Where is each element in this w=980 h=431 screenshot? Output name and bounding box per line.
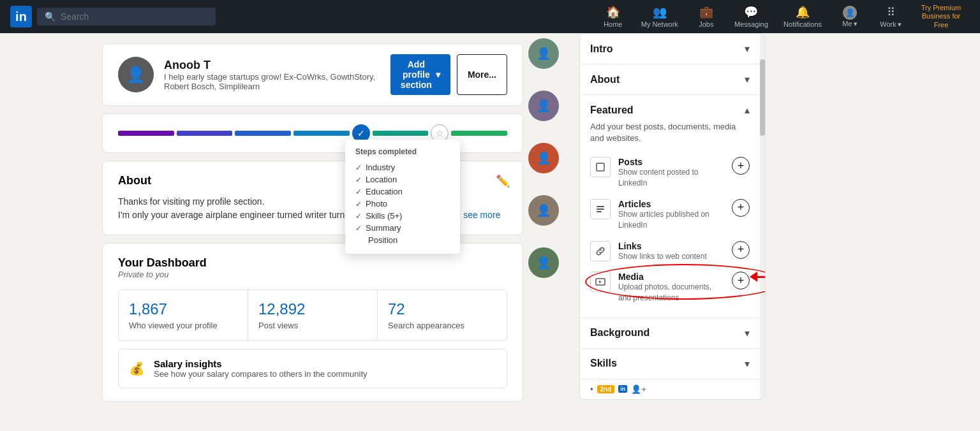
salary-desc: See how your salary compares to others i… <box>154 369 368 379</box>
profile-tagline: I help early stage startups grow! Ex-CoW… <box>164 72 380 91</box>
step-location: ✓ Location <box>355 173 450 186</box>
steps-completed-label: Steps completed <box>355 147 450 156</box>
media-item-wrapper: Media Upload photos, documents, and pres… <box>590 267 750 309</box>
nav-work[interactable]: ⠿ Work ▾ <box>872 1 910 33</box>
featured-header[interactable]: Featured ▴ <box>590 104 750 116</box>
stat-label-search: Search appearances <box>388 321 496 330</box>
profile-panel: Intro ▾ About ▾ Featured ▴ <box>579 33 766 400</box>
background-header[interactable]: Background ▾ <box>590 327 750 339</box>
panel-skills-title: Skills <box>590 358 617 369</box>
posts-subtitle: Show content posted to LinkedIn <box>618 167 724 189</box>
person-avatar-2[interactable]: 👤 <box>528 91 559 121</box>
posts-icon <box>590 157 611 177</box>
steps-dropdown: Steps completed ✓ Industry ✓ Location ✓ … <box>345 140 460 254</box>
stat-number-posts: 12,892 <box>258 300 367 318</box>
featured-description: Add your best posts, documents, media an… <box>590 121 750 144</box>
linkedin-small-icon: in <box>618 385 627 393</box>
navbar-nav: 🏠 Home 👥 My Network 💼 Jobs 💬 Messaging 🔔… <box>594 1 970 33</box>
check-icon: ✓ <box>355 163 362 172</box>
featured-item-posts: Posts Show content posted to LinkedIn + <box>590 152 750 194</box>
svg-rect-3 <box>597 211 602 212</box>
nav-me-label: Me ▾ <box>842 20 857 28</box>
person-avatar-3[interactable]: 👤 <box>528 143 559 173</box>
panel-section-featured: Featured ▴ Add your best posts, document… <box>580 95 760 318</box>
progress-seg-2 <box>177 131 233 136</box>
person-avatar-5[interactable]: 👤 <box>528 247 559 278</box>
nav-messaging-label: Messaging <box>734 20 768 28</box>
navbar: in 🔍 🏠 Home 👥 My Network 💼 Jobs 💬 Messag… <box>0 0 980 33</box>
articles-icon <box>590 199 611 219</box>
more-button[interactable]: More... <box>457 54 507 95</box>
see-more-link[interactable]: see more <box>463 210 500 220</box>
person-avatar-1[interactable]: 👤 <box>528 38 559 69</box>
stat-profile-views[interactable]: 1,867 Who viewed your profile <box>119 290 248 340</box>
nav-messaging[interactable]: 💬 Messaging <box>728 1 775 32</box>
nav-me[interactable]: 👤 Me ▾ <box>831 2 869 32</box>
check-icon-5: ✓ <box>355 212 362 221</box>
posts-text: Posts Show content posted to LinkedIn <box>618 157 724 189</box>
check-icon-3: ✓ <box>355 187 362 196</box>
dashboard-subtitle: Private to you <box>118 270 507 279</box>
media-icon <box>590 272 611 292</box>
media-title: Media <box>618 272 724 282</box>
intro-title: Intro <box>590 43 613 55</box>
intro-chevron: ▾ <box>745 43 750 55</box>
skills-header[interactable]: Skills ▾ <box>590 358 750 370</box>
featured-item-links: Links Show links to web content + <box>590 236 750 267</box>
step-education: ✓ Education <box>355 186 450 198</box>
step-industry-label: Industry <box>366 163 395 172</box>
step-position: Position <box>355 234 450 246</box>
profile-actions: Add profile section ▾ More... <box>390 54 507 95</box>
stat-post-views[interactable]: 12,892 Post views <box>248 290 378 340</box>
dashboard-title: Your Dashboard <box>118 256 507 270</box>
step-skills: ✓ Skills (5+) <box>355 210 450 222</box>
panel-scrollbar[interactable] <box>760 34 765 399</box>
dropdown-icon: ▾ <box>436 69 440 80</box>
posts-title: Posts <box>618 157 724 167</box>
background-chevron: ▾ <box>745 327 750 339</box>
nav-premium[interactable]: Try Premium Business for Free <box>912 1 970 32</box>
messaging-icon: 💬 <box>744 5 758 19</box>
panel-section-intro: Intro ▾ <box>580 34 760 64</box>
profile-header: 👤 Anoob T I help early stage startups gr… <box>102 43 523 106</box>
step-position-label: Position <box>368 235 397 245</box>
featured-chevron: ▴ <box>745 104 750 116</box>
about-header[interactable]: About ▾ <box>590 73 750 85</box>
jobs-icon: 💼 <box>699 5 713 19</box>
step-skills-label: Skills (5+) <box>366 211 402 221</box>
person-avatar-4[interactable]: 👤 <box>528 195 559 226</box>
media-subtitle: Upload photos, documents, and presentati… <box>618 282 724 303</box>
posts-add-button[interactable]: + <box>732 157 750 175</box>
profile-info: Anoob T I help early stage startups grow… <box>164 59 380 91</box>
search-input[interactable] <box>61 11 208 22</box>
links-add-button[interactable]: + <box>732 241 750 259</box>
progress-seg-5 <box>373 131 429 136</box>
stat-search-appearances[interactable]: 72 Search appearances <box>378 290 507 340</box>
links-icon <box>590 241 611 261</box>
nav-home[interactable]: 🏠 Home <box>594 1 632 32</box>
featured-item-media: Media Upload photos, documents, and pres… <box>590 267 750 309</box>
articles-add-button[interactable]: + <box>732 199 750 217</box>
profile-name: Anoob T <box>164 59 380 72</box>
progress-seg-3 <box>235 131 291 136</box>
check-icon-6: ✓ <box>355 224 362 233</box>
connect-icon[interactable]: 👤+ <box>631 384 646 394</box>
panel-background-title: Background <box>590 327 650 339</box>
nav-work-label: Work ▾ <box>880 20 901 29</box>
linkedin-logo[interactable]: in <box>10 6 32 27</box>
stat-label-posts: Post views <box>258 321 367 330</box>
articles-text: Articles Show articles published on Link… <box>618 199 724 231</box>
nav-jobs[interactable]: 💼 Jobs <box>687 1 725 32</box>
search-bar[interactable]: 🔍 <box>37 8 216 26</box>
panel-section-skills: Skills ▾ <box>580 349 760 379</box>
bullet: • <box>590 384 593 394</box>
salary-title: Salary insights <box>154 358 368 369</box>
nav-notifications[interactable]: 🔔 Notifications <box>777 1 828 32</box>
nav-network[interactable]: 👥 My Network <box>635 1 685 32</box>
media-add-button[interactable]: + <box>732 272 750 289</box>
salary-insights[interactable]: 💰 Salary insights See how your salary co… <box>118 349 507 388</box>
add-profile-section-button[interactable]: Add profile section ▾ <box>390 54 450 95</box>
about-edit-button[interactable]: ✏️ <box>496 174 510 188</box>
step-summary-label: Summary <box>366 223 401 233</box>
intro-header[interactable]: Intro ▾ <box>590 43 750 55</box>
